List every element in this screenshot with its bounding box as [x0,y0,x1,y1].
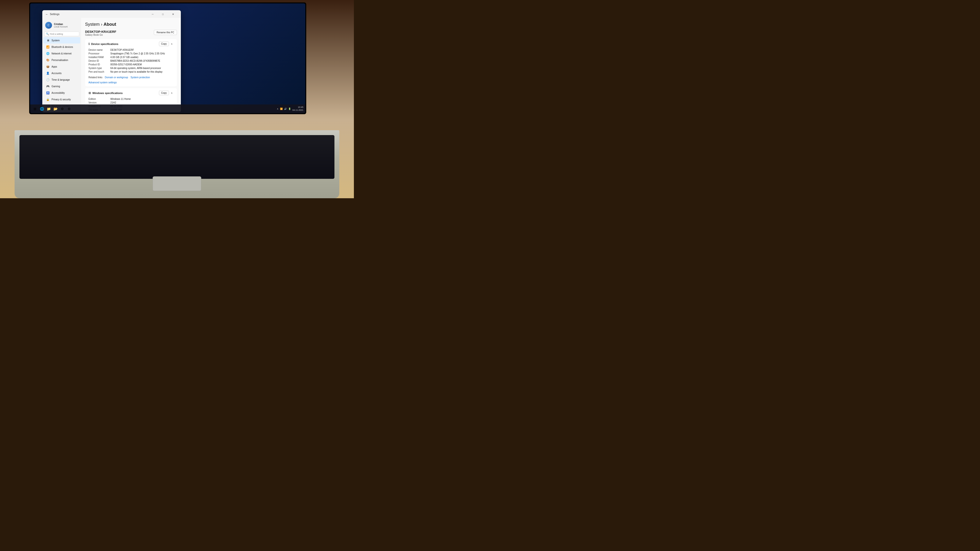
user-name: Cristian [54,23,78,25]
search-icon: 🔍 [46,33,49,35]
browser-icon[interactable]: 🌐 [39,106,45,112]
win-spec-value: Windows 11 Home [110,98,173,100]
spec-label: Device name [89,49,110,51]
accessibility-label: Accessibility [51,92,65,94]
search-input[interactable] [50,33,78,35]
rename-pc-button[interactable]: Rename this PC [154,30,177,35]
device-spec-row: System type 64-bit operating system, ARM… [89,66,173,70]
user-profile[interactable]: C Cristian Local Account [42,20,81,30]
search-box[interactable]: 🔍 [44,32,79,36]
device-specs-collapse-button[interactable]: ∧ [170,42,173,46]
windows-spec-row: Version 21H2 [89,101,173,105]
device-spec-row: Device name DESKTOP-KRA1ERF [89,48,173,52]
taskbar-date-display: 04.11.2021 [293,109,303,112]
window-titlebar: ← Settings ─ □ ✕ [42,10,181,18]
keyboard-area [19,135,334,179]
volume-icon[interactable]: 🔊 [284,108,287,110]
back-button[interactable]: ← [45,13,48,16]
device-spec-row: Processor Snapdragon (TM) 7c Gen 2 @ 2.5… [89,52,173,56]
spec-value: BA6578B4-EE53-46CD-B298-1F435B099B7E [110,60,173,62]
apps-icon: 📦 [46,65,49,68]
another-settings-icon[interactable]: ⚙ [66,106,72,112]
sidebar-item-personalisation[interactable]: 🎨 Personalisation [43,57,80,63]
privacy-icon: 🔒 [46,98,49,101]
personalisation-icon: 🎨 [46,58,49,62]
settings-icon[interactable]: ⚙ [59,106,65,112]
gaming-icon: 🎮 [46,84,49,88]
spec-label: Installed RAM [89,56,110,59]
network-label: Network & internet [51,52,72,55]
main-content: System › About Rename this PC DESKTOP-KR… [81,18,181,112]
nav-container: 🖥 System 📶 Bluetooth & devices 🌐 Network… [42,37,81,109]
settings-window: ← Settings ─ □ ✕ C Cristian [42,10,181,112]
sidebar-item-gaming[interactable]: 🎮 Gaming [43,83,80,89]
sidebar-item-apps[interactable]: 📦 Apps [43,64,80,70]
taskbar-left: ⊞ 🌐 📁 📂 ⚙ ⚙ [32,106,72,112]
system-tray-expand[interactable]: ∧ [277,108,278,110]
sidebar-item-accessibility[interactable]: ♿ Accessibility [43,90,80,96]
start-button[interactable]: ⊞ [32,106,38,112]
user-type: Local Account [54,25,78,28]
accounts-icon: 👤 [46,71,49,75]
sidebar-item-network[interactable]: 🌐 Network & internet [43,50,80,57]
sidebar-item-privacy[interactable]: 🔒 Privacy & security [43,96,80,103]
info-icon: ℹ [89,42,90,46]
spec-label: Pen and touch [89,70,110,73]
close-button[interactable]: ✕ [168,11,178,17]
spec-value: 64-bit operating system, ARM-based proce… [110,67,173,70]
related-links-label: Related links [89,76,102,79]
battery-icon[interactable]: 🔋 [288,108,291,110]
spec-label: Processor [89,52,110,55]
taskbar-clock[interactable]: 10:45 04.11.2021 [293,106,303,111]
laptop-body [14,130,339,198]
sidebar-item-bluetooth[interactable]: 📶 Bluetooth & devices [43,44,80,50]
spec-value: 00356-02517-02693-AADEM [110,63,173,66]
bluetooth-icon: 📶 [46,45,49,49]
sidebar-item-time[interactable]: 🕐 Time & language [43,76,80,83]
time-icon: 🕐 [46,78,49,81]
device-spec-row: Pen and touch No pen or touch input is a… [89,70,173,74]
windows-spec-row: Edition Windows 11 Home [89,97,173,101]
laptop-screen: ← Settings ─ □ ✕ C Cristian [30,3,305,113]
time-label: Time & language [51,78,70,81]
spec-label: System type [89,67,110,70]
device-header: Rename this PC DESKTOP-KRA1ERF Galaxy Bo… [85,30,177,36]
advanced-system-settings-link[interactable]: Advanced system settings [89,81,117,84]
wifi-icon[interactable]: 📶 [280,108,283,110]
breadcrumb: System › About [85,22,177,27]
device-spec-rows: Device name DESKTOP-KRA1ERF Processor Sn… [89,48,173,74]
windows-specs-title: ⊞ Windows specifications [89,91,123,95]
breadcrumb-parent[interactable]: System [85,22,100,27]
domain-workgroup-link[interactable]: Domain or workgroup [105,76,128,79]
gaming-label: Gaming [51,85,60,88]
bluetooth-label: Bluetooth & devices [51,46,73,48]
network-icon: 🌐 [46,52,49,55]
window-title: Settings [50,13,60,16]
sidebar-item-system[interactable]: 🖥 System [43,37,80,43]
accounts-label: Accounts [51,72,62,75]
win-spec-label: Edition [89,98,110,100]
explorer-icon[interactable]: 📁 [46,106,51,112]
personalisation-label: Personalisation [51,59,68,62]
sidebar-item-accounts[interactable]: 👤 Accounts [43,70,80,76]
system-protection-link[interactable]: System protection [130,76,150,79]
windows-specs-collapse-button[interactable]: ∧ [170,91,173,95]
breadcrumb-current: About [103,22,116,27]
device-specs-copy-button[interactable]: Copy [159,41,169,46]
windows-icon: ⊞ [89,91,91,95]
taskbar-time-display: 10:45 [293,106,303,109]
window-controls: ─ □ ✕ [148,11,178,17]
device-spec-row: Product ID 00356-02517-02693-AADEM [89,63,173,66]
minimize-button[interactable]: ─ [148,11,158,17]
spec-value: DESKTOP-KRA1ERF [110,49,173,51]
taskbar: ⊞ 🌐 📁 📂 ⚙ ⚙ ∧ 📶 🔊 🔋 10:45 04.11.2021 [30,105,305,113]
device-spec-row: Installed RAM 4.00 GB (3.57 GB usable) [89,56,173,59]
windows-specs-copy-button[interactable]: Copy [159,91,169,95]
device-spec-row: Device ID BA6578B4-EE53-46CD-B298-1F435B… [89,59,173,63]
maximize-button[interactable]: □ [158,11,168,17]
spec-label: Product ID [89,63,110,66]
accessibility-icon: ♿ [46,91,49,95]
folder-icon[interactable]: 📂 [52,106,58,112]
spec-value: Snapdragon (TM) 7c Gen 2 @ 2.55 GHz 2.55… [110,52,173,55]
laptop-screen-frame: ← Settings ─ □ ✕ C Cristian [29,2,306,114]
